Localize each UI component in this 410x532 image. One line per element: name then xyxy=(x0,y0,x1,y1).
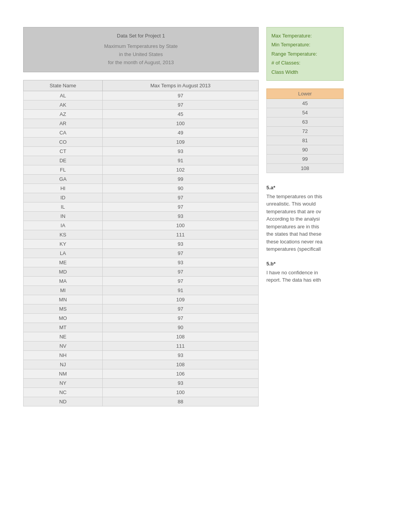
temp-value-cell: 93 xyxy=(102,258,258,267)
section-b-text: I have no confidence inreport. The data … xyxy=(266,269,344,284)
table-row: NM106 xyxy=(24,369,259,379)
state-name-cell: NE xyxy=(24,332,103,342)
state-name-cell: NM xyxy=(24,369,103,379)
table-row: AK97 xyxy=(24,100,259,110)
state-name-cell: DE xyxy=(24,156,103,165)
state-name-cell: MD xyxy=(24,267,103,277)
table-row: DE91 xyxy=(24,156,259,165)
state-name-cell: MO xyxy=(24,314,103,323)
section-a-text: The temperatures on thisunrealistic. Thi… xyxy=(266,193,344,253)
table-row: NJ108 xyxy=(24,360,259,369)
table-row: MA97 xyxy=(24,277,259,286)
temp-value-cell: 111 xyxy=(102,230,258,240)
class-value-cell: 81 xyxy=(267,136,344,145)
temp-value-cell: 109 xyxy=(102,295,258,304)
table-row: KY93 xyxy=(24,240,259,249)
state-name-cell: MA xyxy=(24,277,103,286)
table-row: ND88 xyxy=(24,397,259,406)
temp-value-cell: 97 xyxy=(102,304,258,314)
table-row: IN93 xyxy=(24,212,259,221)
temp-value-cell: 109 xyxy=(102,138,258,147)
class-table-row: 63 xyxy=(267,117,344,126)
class-table-row: 99 xyxy=(267,154,344,163)
state-name-cell: FL xyxy=(24,165,103,175)
temp-value-cell: 91 xyxy=(102,286,258,295)
min-temp-label: Min Temperature: xyxy=(271,40,339,49)
state-name-cell: NJ xyxy=(24,360,103,369)
table-row: NC100 xyxy=(24,388,259,397)
state-name-cell: CA xyxy=(24,128,103,138)
state-name-cell: NH xyxy=(24,351,103,360)
temp-value-cell: 49 xyxy=(102,128,258,138)
table-row: MN109 xyxy=(24,295,259,304)
class-width-label: Class Width xyxy=(271,68,339,76)
state-name-cell: IL xyxy=(24,202,103,212)
commentary-section-b: 5.b* I have no confidence inreport. The … xyxy=(266,261,344,284)
state-name-cell: IN xyxy=(24,212,103,221)
temp-value-cell: 97 xyxy=(102,277,258,286)
class-table-row: 90 xyxy=(267,145,344,154)
table-row: MO97 xyxy=(24,314,259,323)
temp-value-cell: 90 xyxy=(102,323,258,332)
table-row: GA99 xyxy=(24,175,259,184)
state-name-cell: KY xyxy=(24,240,103,249)
table-row: NH93 xyxy=(24,351,259,360)
temp-value-cell: 97 xyxy=(102,202,258,212)
class-value-cell: 54 xyxy=(267,108,344,117)
class-value-cell: 99 xyxy=(267,154,344,163)
temp-value-cell: 100 xyxy=(102,119,258,128)
commentary: 5.a* The temperatures on thisunrealistic… xyxy=(266,185,344,284)
state-name-cell: GA xyxy=(24,175,103,184)
table-row: MI91 xyxy=(24,286,259,295)
class-table: Lower 45546372819099108 xyxy=(266,88,344,173)
temp-value-cell: 93 xyxy=(102,379,258,388)
temp-value-cell: 97 xyxy=(102,249,258,258)
temp-value-cell: 93 xyxy=(102,147,258,156)
temp-value-cell: 108 xyxy=(102,332,258,342)
num-classes-label: # of Classes: xyxy=(271,58,339,67)
temp-value-cell: 93 xyxy=(102,351,258,360)
table-row: MS97 xyxy=(24,304,259,314)
state-name-cell: AR xyxy=(24,119,103,128)
subtitle-line2: in the United States xyxy=(31,51,251,59)
table-row: MD97 xyxy=(24,267,259,277)
class-table-header: Lower xyxy=(267,88,344,99)
state-name-cell: HI xyxy=(24,184,103,193)
state-name-cell: ND xyxy=(24,397,103,406)
state-name-cell: CO xyxy=(24,138,103,147)
col2-header: Max Temps in August 2013 xyxy=(102,80,258,91)
table-row: AR100 xyxy=(24,119,259,128)
table-row: LA97 xyxy=(24,249,259,258)
class-value-cell: 63 xyxy=(267,117,344,126)
header-box: Data Set for Project 1 Maximum Temperatu… xyxy=(23,27,259,72)
state-name-cell: ID xyxy=(24,193,103,202)
temp-value-cell: 97 xyxy=(102,193,258,202)
table-row: KS111 xyxy=(24,230,259,240)
class-value-cell: 45 xyxy=(267,99,344,108)
range-temp-label: Range Temperature: xyxy=(271,49,339,58)
temp-value-cell: 102 xyxy=(102,165,258,175)
state-name-cell: CT xyxy=(24,147,103,156)
section-b-label: 5.b* xyxy=(266,261,344,267)
temp-value-cell: 45 xyxy=(102,110,258,119)
subtitle-line3: for the month of August, 2013 xyxy=(31,59,251,67)
temp-value-cell: 97 xyxy=(102,91,258,100)
temp-value-cell: 93 xyxy=(102,240,258,249)
state-name-cell: NV xyxy=(24,342,103,351)
commentary-section-a: 5.a* The temperatures on thisunrealistic… xyxy=(266,185,344,253)
state-name-cell: MT xyxy=(24,323,103,332)
table-row: HI90 xyxy=(24,184,259,193)
state-name-cell: LA xyxy=(24,249,103,258)
col1-header: State Name xyxy=(24,80,103,91)
table-row: IA100 xyxy=(24,221,259,230)
temp-value-cell: 100 xyxy=(102,388,258,397)
state-name-cell: IA xyxy=(24,221,103,230)
table-row: NY93 xyxy=(24,379,259,388)
table-row: CA49 xyxy=(24,128,259,138)
table-row: ID97 xyxy=(24,193,259,202)
state-name-cell: AK xyxy=(24,100,103,110)
class-table-row: 72 xyxy=(267,126,344,136)
temp-value-cell: 111 xyxy=(102,342,258,351)
temp-value-cell: 93 xyxy=(102,212,258,221)
temp-value-cell: 88 xyxy=(102,397,258,406)
